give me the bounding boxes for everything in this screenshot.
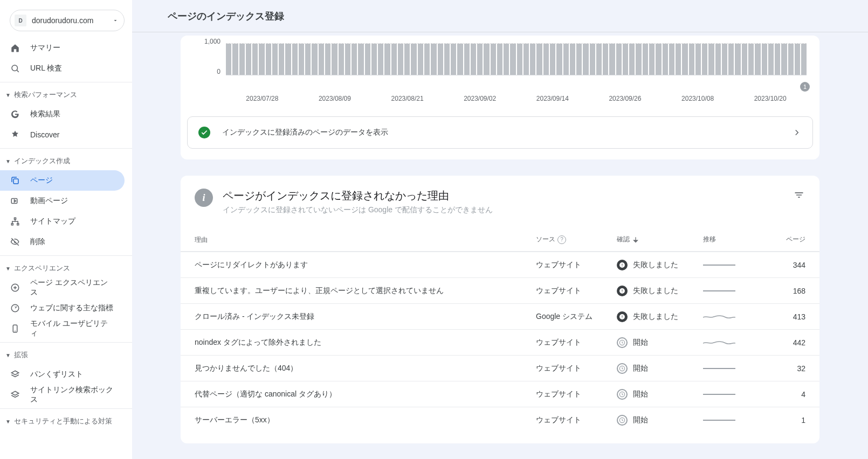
- status-icon: [617, 363, 628, 374]
- home-icon: [10, 43, 20, 53]
- layers-icon: [10, 390, 20, 400]
- speed-icon: [10, 303, 20, 314]
- sparkline: [703, 290, 773, 291]
- reasons-title: ページがインデックスに登録されなかった理由: [223, 189, 783, 203]
- hide-icon: [10, 237, 20, 247]
- status-icon: [617, 286, 628, 296]
- section-header[interactable]: ▼エクスペリエンス: [0, 259, 132, 277]
- status-icon: [617, 311, 628, 322]
- sitemap-icon: [10, 216, 20, 227]
- nav-search[interactable]: URL 検査: [0, 58, 125, 79]
- nav-star[interactable]: Discover: [0, 124, 125, 145]
- section-header[interactable]: ▼セキュリティと手動による対策: [0, 412, 132, 430]
- status-icon: [617, 389, 628, 400]
- reasons-card: i ページがインデックスに登録されなかった理由 インデックスに登録されていないペ…: [181, 176, 819, 443]
- nav-plus-circle[interactable]: ページ エクスペリエンス: [0, 277, 125, 298]
- twisty-icon: ▼: [5, 266, 11, 272]
- plus-circle-icon: [10, 282, 20, 293]
- content-scroll[interactable]: 1,000 0 2023/07/282023/08/092023/08/2120…: [132, 32, 868, 459]
- col-source[interactable]: ソース?: [536, 235, 617, 244]
- table-row[interactable]: 重複しています。ユーザーにより、正規ページとして選択されていません ウェブサイト…: [181, 277, 819, 303]
- nav-speed[interactable]: ウェブに関する主な指標: [0, 298, 125, 318]
- twisty-icon: ▼: [5, 158, 11, 164]
- chart-card: 1,000 0 2023/07/282023/08/092023/08/2120…: [181, 36, 819, 159]
- col-reason[interactable]: 理由: [195, 235, 536, 245]
- chart-marker-badge: 1: [800, 82, 810, 92]
- twisty-icon: ▼: [5, 92, 11, 98]
- table-row[interactable]: 代替ページ（適切な canonical タグあり） ウェブサイト 開始 4: [181, 381, 819, 407]
- page-title: ページのインデックス登録: [168, 10, 284, 23]
- col-confirm[interactable]: 確認: [617, 235, 703, 244]
- svg-marker-12: [11, 371, 19, 375]
- site-selector[interactable]: D dorudorudoru.com: [10, 10, 125, 31]
- indexed-data-link[interactable]: インデックスに登録済みのページのデータを表示: [187, 116, 813, 149]
- sparkline: [703, 265, 773, 266]
- status-icon: [617, 260, 628, 270]
- check-circle-icon: [198, 127, 210, 138]
- sparkline: [703, 339, 773, 346]
- search-icon: [10, 63, 20, 74]
- g-icon: [10, 109, 20, 120]
- sparkline: [703, 394, 773, 395]
- reasons-table: 理由 ソース? 確認 推移 ページ ページにリダイレクトがあります ウェブサイト…: [181, 228, 819, 433]
- svg-rect-2: [13, 179, 18, 184]
- copy-icon: [10, 175, 20, 186]
- svg-point-0: [12, 65, 18, 71]
- sort-down-icon: [632, 236, 639, 244]
- table-header: 理由 ソース? 確認 推移 ページ: [181, 228, 819, 252]
- video-icon: [10, 196, 20, 206]
- svg-rect-5: [15, 218, 16, 219]
- table-row[interactable]: noindex タグによって除外されました ウェブサイト 開始 442: [181, 329, 819, 355]
- sparkline: [703, 368, 773, 369]
- sparkline: [703, 420, 773, 421]
- star-icon: [10, 129, 20, 140]
- twisty-icon: ▼: [5, 419, 11, 425]
- layers-icon: [10, 369, 20, 380]
- table-row[interactable]: 見つかりませんでした（404） ウェブサイト 開始 32: [181, 355, 819, 381]
- section-header[interactable]: ▼拡張: [0, 346, 132, 364]
- site-domain: dorudorudoru.com: [32, 16, 107, 25]
- nav-g[interactable]: 検索結果: [0, 104, 125, 124]
- svg-rect-7: [17, 224, 19, 225]
- chart-bars: [226, 43, 807, 75]
- chart-x-axis: 2023/07/282023/08/092023/08/212023/09/02…: [226, 95, 807, 102]
- site-favicon: D: [15, 15, 26, 26]
- filter-icon[interactable]: [793, 189, 805, 201]
- nav-copy[interactable]: ページ: [0, 170, 125, 191]
- nav-video[interactable]: 動画ページ: [0, 191, 125, 211]
- reasons-subtitle: インデックスに登録されていないページは Google で配信することができません: [223, 205, 783, 215]
- caret-down-icon: [112, 17, 119, 24]
- main: ページのインデックス登録 1,000 0 2023/07/282023/08/0…: [132, 0, 868, 459]
- sidebar: D dorudorudoru.com サマリーURL 検査 ▼検索パフォーマンス…: [0, 0, 132, 459]
- sparkline: [703, 313, 773, 321]
- table-row[interactable]: サーバーエラー（5xx） ウェブサイト 開始 1: [181, 407, 819, 433]
- chart-y-axis: 1,000 0: [194, 38, 226, 75]
- table-row[interactable]: ページにリダイレクトがあります ウェブサイト 失敗しました 344: [181, 252, 819, 277]
- svg-marker-13: [11, 391, 19, 395]
- mobile-icon: [10, 323, 20, 334]
- nav-sitemap[interactable]: サイトマップ: [0, 211, 125, 232]
- nav-home[interactable]: サマリー: [0, 38, 125, 58]
- nav-layers[interactable]: パンくずリスト: [0, 364, 125, 385]
- topbar: ページのインデックス登録: [132, 0, 868, 32]
- chevron-right-icon: [792, 128, 802, 137]
- section-header[interactable]: ▼検索パフォーマンス: [0, 86, 132, 104]
- help-icon[interactable]: ?: [557, 235, 566, 244]
- section-header[interactable]: ▼インデックス作成: [0, 152, 132, 170]
- col-pages[interactable]: ページ: [773, 235, 805, 244]
- svg-rect-6: [11, 224, 13, 225]
- svg-line-1: [17, 70, 18, 72]
- info-icon: i: [195, 189, 213, 207]
- status-icon: [617, 337, 628, 348]
- table-row[interactable]: クロール済み - インデックス未登録 Google システム 失敗しました 41…: [181, 303, 819, 329]
- status-icon: [617, 415, 628, 426]
- nav-layers[interactable]: サイトリンク検索ボックス: [0, 385, 125, 405]
- twisty-icon: ▼: [5, 352, 11, 358]
- svg-marker-4: [15, 200, 16, 203]
- col-trend[interactable]: 推移: [703, 235, 773, 244]
- nav-mobile[interactable]: モバイル ユーザビリティ: [0, 318, 125, 339]
- nav-hide[interactable]: 削除: [0, 232, 125, 252]
